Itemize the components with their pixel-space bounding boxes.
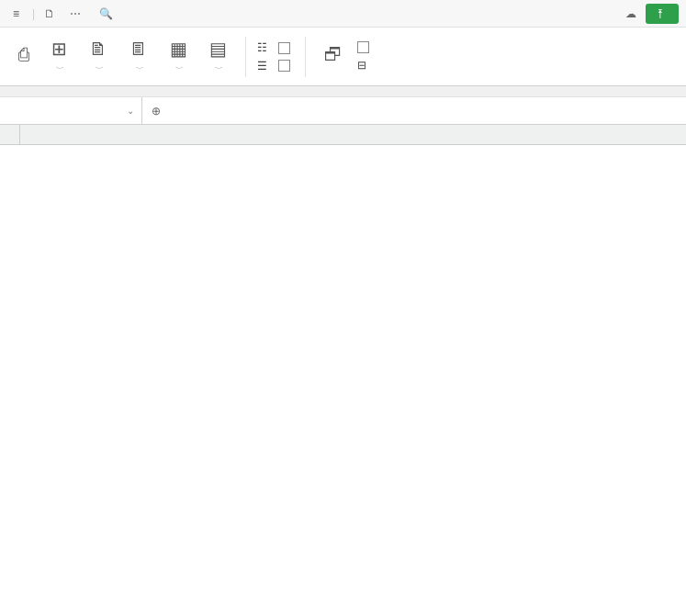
gridlines-checkbox[interactable] <box>278 42 294 54</box>
print-preview-icon: ⎙ <box>18 44 29 66</box>
ribbon: ⎙ ⊞ ﹀ 🗎 ﹀ 🗏 ﹀ ▦ ﹀ ▤ ﹀ ☷ ☰ 🗗 ⊟ <box>0 28 686 86</box>
ribbon-separator <box>305 37 306 77</box>
ribbon-separator <box>245 37 246 77</box>
insert-break-button[interactable]: ⊟ <box>357 59 373 72</box>
lens-icon[interactable]: ⊕ <box>152 105 161 118</box>
headings-checkbox[interactable] <box>278 60 294 72</box>
insert-break-icon: ⊟ <box>357 59 366 72</box>
chevron-down-icon: ﹀ <box>175 63 184 75</box>
size-icon: 🗏 <box>129 38 148 60</box>
orientation-button[interactable]: 🗎 ﹀ <box>82 38 115 75</box>
scale-button[interactable]: ▤ ﹀ <box>202 38 234 75</box>
menu-bar: ≡ | 🗋 ⋯ 🔍 ☁ ⭱ <box>0 0 686 28</box>
formula-bar: ⌄ ⊕ <box>0 97 686 125</box>
cloud-icon[interactable]: ☁ <box>620 7 642 20</box>
separator: | <box>32 7 35 20</box>
titles-icon: ☷ <box>257 41 267 54</box>
area-icon: ▦ <box>170 38 187 60</box>
margins-icon: ⊞ <box>51 38 67 60</box>
page-break-preview-button[interactable]: 🗗 <box>317 44 350 70</box>
margins-button[interactable]: ⊞ ﹀ <box>44 38 74 75</box>
blank-strip <box>0 86 686 97</box>
search-icon[interactable]: 🔍 <box>94 7 118 20</box>
checkbox-icon <box>357 41 369 53</box>
checkbox-icon <box>278 42 290 54</box>
hf-icon: ☰ <box>257 60 267 73</box>
more-icon[interactable]: ⋯ <box>64 7 86 20</box>
save-icon[interactable]: 🗋 <box>39 7 61 20</box>
chevron-down-icon: ﹀ <box>136 63 144 75</box>
header-footer-button[interactable]: ☰ <box>257 60 271 73</box>
print-area-button[interactable]: ▦ ﹀ <box>163 38 195 75</box>
print-preview-button[interactable]: ⎙ <box>11 44 37 70</box>
column-headers <box>0 125 686 145</box>
chevron-down-icon: ﹀ <box>96 63 104 75</box>
select-all-corner[interactable] <box>0 125 20 144</box>
print-titles-button[interactable]: ☷ <box>257 41 271 54</box>
size-button[interactable]: 🗏 ﹀ <box>122 38 155 75</box>
chevron-down-icon: ⌄ <box>127 106 134 116</box>
show-breaks-checkbox[interactable] <box>357 41 373 53</box>
share-button[interactable]: ⭱ <box>646 4 679 24</box>
name-box[interactable]: ⌄ <box>0 97 142 124</box>
chevron-down-icon: ﹀ <box>56 63 64 75</box>
scale-icon: ▤ <box>209 38 227 60</box>
spreadsheet-grid[interactable] <box>0 125 686 145</box>
checkbox-icon <box>278 60 290 72</box>
orientation-icon: 🗎 <box>89 38 107 60</box>
menu-file[interactable]: ≡ <box>7 7 28 20</box>
chevron-down-icon: ﹀ <box>215 63 223 75</box>
page-break-icon: 🗗 <box>324 44 343 66</box>
